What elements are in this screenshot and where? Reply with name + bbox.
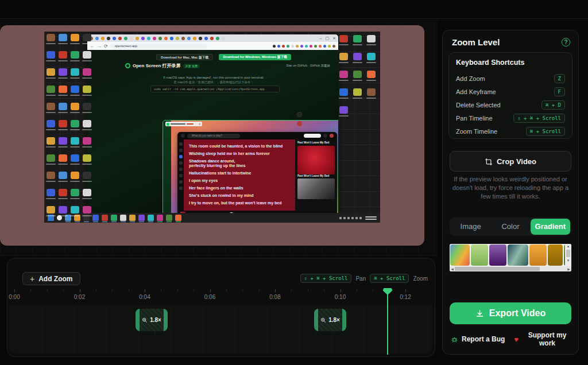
timeline-track[interactable]: 1.8×1.8×: [10, 305, 432, 354]
lyric-line: I open my eyes: [189, 178, 295, 183]
ruler-time-label: 0:08: [269, 294, 280, 300]
desktop-icon: [71, 86, 79, 93]
app-titlebar: [0, 0, 588, 19]
ruler-time-label: 0:00: [9, 294, 20, 300]
desktop-icon: [59, 120, 67, 127]
ruler-time-label: 0:06: [204, 294, 215, 300]
preview-canvas: –▢✕ ← → ⟳ openscreen.app Download for Ma…: [0, 20, 438, 256]
bell-icon: [323, 134, 327, 138]
desktop-icon: [353, 53, 362, 60]
timeline-ruler[interactable]: 0:000:020:040:060:080:100:12: [7, 288, 435, 305]
terminal-command: sudo xattr -rd com.apple.quarantine /App…: [150, 86, 280, 92]
openscreen-website: Download for Mac, Mac 版下载 Download for W…: [87, 50, 338, 223]
site-note-en: If macOS says 'App is damaged', run this…: [110, 75, 317, 80]
help-icon[interactable]: ?: [562, 38, 570, 46]
video-background-card: –▢✕ ← → ⟳ openscreen.app Download for Ma…: [0, 25, 424, 246]
crop-icon: [485, 158, 492, 165]
gradient-swatch[interactable]: [471, 244, 488, 266]
tab-color[interactable]: Color: [490, 219, 530, 235]
bug-icon: [451, 336, 458, 343]
gradient-swatch[interactable]: [529, 244, 547, 266]
gradient-picker[interactable]: ▲▼ ◀▶: [450, 244, 571, 271]
desktop-icon: [83, 172, 91, 179]
desktop-icon: [367, 53, 376, 60]
report-bug-button[interactable]: Report a Bug: [451, 335, 505, 343]
download-icon: [475, 309, 484, 318]
ruler-time-label: 0:12: [400, 294, 411, 300]
tab-image[interactable]: Image: [451, 219, 490, 235]
desktop-icon: [47, 172, 55, 179]
gradient-swatch[interactable]: [548, 244, 563, 266]
desktop-icon: [47, 34, 55, 41]
spotify-search-input: What do you want to play?: [187, 134, 240, 138]
taskbar-app-icon: [148, 215, 154, 221]
desktop-icon: [71, 103, 79, 110]
tab-gradient[interactable]: Gradient: [531, 219, 570, 235]
address-bar: openscreen.app: [110, 44, 207, 49]
desktop-icon: [83, 51, 91, 59]
now-playing-title: Past Won't Leave My Bed: [297, 141, 335, 144]
spotify-topbar: What do you want to play?: [177, 132, 337, 139]
pan-label: Pan: [355, 275, 366, 282]
taskbar-app-icon: [111, 215, 117, 221]
recorder-icon: [167, 123, 169, 126]
desktop-icon: [59, 103, 67, 110]
gradient-swatch[interactable]: [489, 244, 506, 266]
desktop-icon: [83, 154, 91, 162]
gradient-swatch[interactable]: [508, 244, 528, 266]
desktop-icon: [59, 154, 67, 162]
ruler-time-label: 0:04: [139, 294, 150, 300]
desktop-icon: [83, 137, 91, 145]
playhead[interactable]: [387, 289, 388, 355]
taskbar-app-icon: [120, 215, 126, 221]
zoom-clip[interactable]: 1.8×: [314, 309, 346, 331]
video-frame-desktop: –▢✕ ← → ⟳ openscreen.app Download for Ma…: [44, 32, 380, 223]
taskbar-app-icon: [166, 215, 172, 221]
heart-icon: ♥: [514, 335, 519, 344]
export-video-button[interactable]: Export Video: [450, 302, 571, 324]
desktop-icon: [47, 189, 55, 196]
desktop-icon: [47, 206, 55, 213]
taskbar-app-icon: [102, 215, 108, 221]
crop-video-button[interactable]: Crop Video: [450, 151, 571, 172]
embedded-mac-screenshot: ✕ What do you want to play?: [163, 121, 338, 222]
shortcut-row: Delete Selected⌘ + D: [456, 98, 565, 111]
forward-icon: →: [97, 44, 102, 49]
shortcut-row: Add KeyframeF: [456, 85, 565, 98]
site-note-zh: 若 macOS 提示「应用已损坏」，请在终端运行以下命令：: [110, 80, 317, 84]
site-badge: 开源 免费: [183, 64, 200, 68]
album-art: [297, 146, 335, 174]
reload-icon: ⟳: [104, 44, 108, 49]
desktop-icon: [353, 35, 362, 42]
zoom-clip[interactable]: 1.8×: [136, 309, 168, 331]
desktop-icon: [47, 51, 55, 59]
desktop-icon: [367, 71, 376, 78]
desktop-icon: [47, 103, 55, 110]
timeline-panel: + Add Zoom ⇧ + ⌘ + Scroll Pan ⌘ + Scroll…: [7, 258, 435, 357]
support-link[interactable]: Support my work: [524, 331, 570, 347]
desktop-icon: [71, 206, 79, 213]
desktop-icon: [353, 88, 362, 96]
horizontal-scrollbar[interactable]: ◀▶: [450, 266, 571, 271]
desktop-icon: [83, 34, 91, 41]
desktop-icon: [83, 86, 91, 93]
vertical-scrollbar[interactable]: ▲▼: [565, 244, 571, 266]
gradient-swatch[interactable]: [450, 244, 470, 266]
avatar: [330, 134, 334, 138]
lyric-line: Hallucinations start to intertwine: [189, 171, 295, 176]
shortcut-keys: Z: [554, 74, 565, 83]
lyric-line: I try to move on, but the past won't lea…: [189, 201, 295, 205]
shortcut-keys: ⇧ + ⌘ + Scroll: [513, 114, 565, 123]
desktop-icon: [59, 172, 67, 179]
avatar-float: [297, 121, 302, 126]
home-icon: [181, 134, 185, 138]
add-zoom-button[interactable]: + Add Zoom: [22, 272, 80, 285]
ruler-time-label: 0:10: [335, 294, 346, 300]
site-title: Open Screen 打开录屏: [133, 63, 181, 69]
desktop-icon: [339, 35, 348, 42]
desktop-icon: [83, 103, 91, 110]
browser-window: –▢✕ ← → ⟳ openscreen.app Download for Ma…: [87, 34, 338, 223]
desktop-icon: [47, 154, 55, 162]
lyric-line: Wishing sleep held me in her arms foreve…: [189, 152, 295, 156]
download-mac-button: Download for Mac, Mac 版下载: [156, 54, 213, 60]
